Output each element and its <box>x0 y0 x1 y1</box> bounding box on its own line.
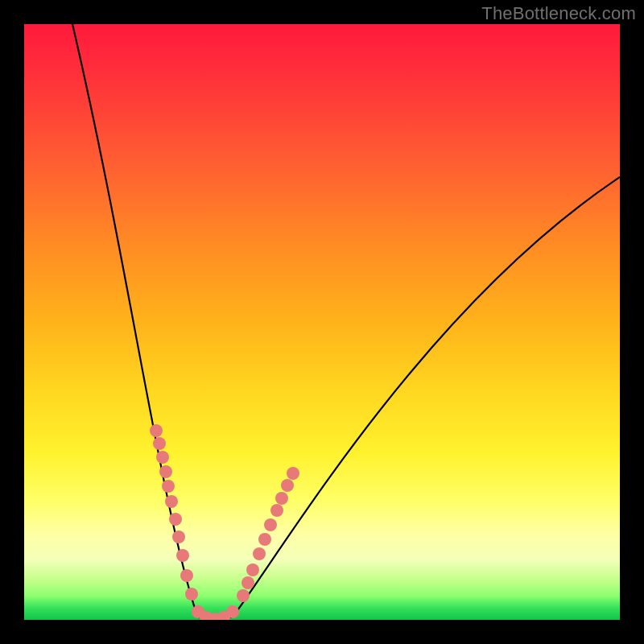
bottleneck-curve <box>72 24 620 620</box>
data-point <box>162 480 175 493</box>
data-point <box>237 589 250 602</box>
data-point <box>165 495 178 508</box>
data-point <box>185 588 198 601</box>
scatter-points <box>150 424 299 620</box>
data-point <box>242 576 254 589</box>
chart-frame: TheBottleneck.com <box>0 0 644 644</box>
data-point <box>275 492 288 505</box>
data-point <box>281 479 294 492</box>
data-point <box>169 513 182 526</box>
data-point <box>226 605 239 618</box>
watermark-text: TheBottleneck.com <box>481 3 636 24</box>
plot-area <box>24 24 620 620</box>
data-point <box>246 564 259 576</box>
data-point <box>153 437 166 450</box>
data-point <box>253 547 266 560</box>
data-point <box>258 533 271 546</box>
data-point <box>159 465 172 478</box>
data-point <box>264 518 277 531</box>
data-point <box>150 424 163 437</box>
data-point <box>287 467 299 480</box>
data-point <box>180 569 193 582</box>
data-point <box>176 549 189 562</box>
data-point <box>156 451 169 464</box>
data-point <box>270 504 283 517</box>
chart-svg <box>24 24 620 620</box>
data-point <box>172 530 185 543</box>
